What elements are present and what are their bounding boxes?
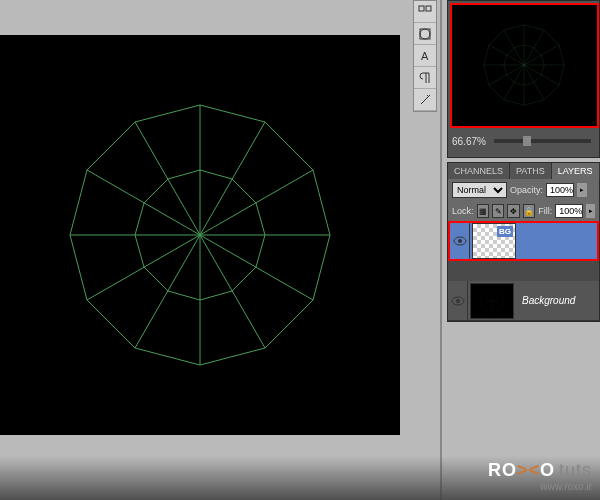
opacity-dropdown-icon[interactable]: ▸ bbox=[577, 183, 587, 197]
layer-row[interactable]: BG BG bbox=[448, 221, 599, 261]
layer-thumb-badge: BG bbox=[497, 226, 513, 237]
lock-position-icon[interactable]: ✥ bbox=[507, 204, 519, 218]
layer-spacer bbox=[448, 261, 599, 281]
svg-point-22 bbox=[458, 239, 462, 243]
lock-transparency-icon[interactable]: ▦ bbox=[477, 204, 489, 218]
tool-wand-icon[interactable] bbox=[414, 89, 436, 111]
fill-label: Fill: bbox=[538, 206, 552, 216]
layer-row[interactable]: Background bbox=[448, 281, 599, 321]
fill-dropdown-icon[interactable]: ▸ bbox=[586, 204, 595, 218]
tab-paths[interactable]: PATHS bbox=[510, 163, 552, 179]
fill-input[interactable] bbox=[555, 204, 583, 218]
svg-point-10 bbox=[420, 29, 430, 39]
panel-divider bbox=[440, 0, 442, 500]
layer-name[interactable]: Background bbox=[516, 295, 575, 306]
svg-point-24 bbox=[456, 299, 460, 303]
svg-rect-8 bbox=[419, 6, 424, 11]
visibility-toggle[interactable] bbox=[450, 223, 470, 259]
tool-text-icon[interactable]: A bbox=[414, 45, 436, 67]
lock-all-icon[interactable]: 🔒 bbox=[523, 204, 535, 218]
opacity-label: Opacity: bbox=[510, 185, 543, 195]
tab-channels[interactable]: CHANNELS bbox=[448, 163, 510, 179]
navigator-zoom-slider[interactable] bbox=[494, 139, 591, 143]
watermark-url: www.roxo.ir bbox=[540, 481, 592, 492]
layer-thumbnail[interactable]: BG bbox=[472, 223, 516, 259]
visibility-toggle[interactable] bbox=[448, 281, 468, 320]
tool-paragraph-icon[interactable] bbox=[414, 67, 436, 89]
watermark: RO><Otuts www.roxo.ir bbox=[488, 452, 592, 500]
vertical-toolstrip: A bbox=[413, 0, 437, 112]
svg-rect-9 bbox=[426, 6, 431, 11]
lock-pixels-icon[interactable]: ✎ bbox=[492, 204, 504, 218]
navigator-panel: 66.67% bbox=[447, 0, 600, 158]
document-canvas[interactable] bbox=[0, 35, 400, 435]
opacity-input[interactable] bbox=[546, 183, 574, 197]
navigator-zoom-value[interactable]: 66.67% bbox=[452, 136, 490, 147]
blend-mode-select[interactable]: Normal bbox=[452, 182, 507, 198]
layer-thumbnail[interactable] bbox=[470, 283, 514, 319]
watermark-brand: RO><Otuts bbox=[488, 460, 592, 481]
slider-thumb[interactable] bbox=[523, 136, 531, 146]
tab-layers[interactable]: LAYERS bbox=[552, 163, 600, 179]
svg-text:A: A bbox=[421, 50, 429, 62]
tool-arrange-icon[interactable] bbox=[414, 1, 436, 23]
tool-mask-icon[interactable] bbox=[414, 23, 436, 45]
layers-panel: CHANNELS PATHS LAYERS Normal Opacity: ▸ … bbox=[447, 162, 600, 322]
layer-list: BG BG Background bbox=[448, 221, 599, 321]
lock-label: Lock: bbox=[452, 206, 474, 216]
navigator-preview[interactable] bbox=[450, 3, 599, 128]
